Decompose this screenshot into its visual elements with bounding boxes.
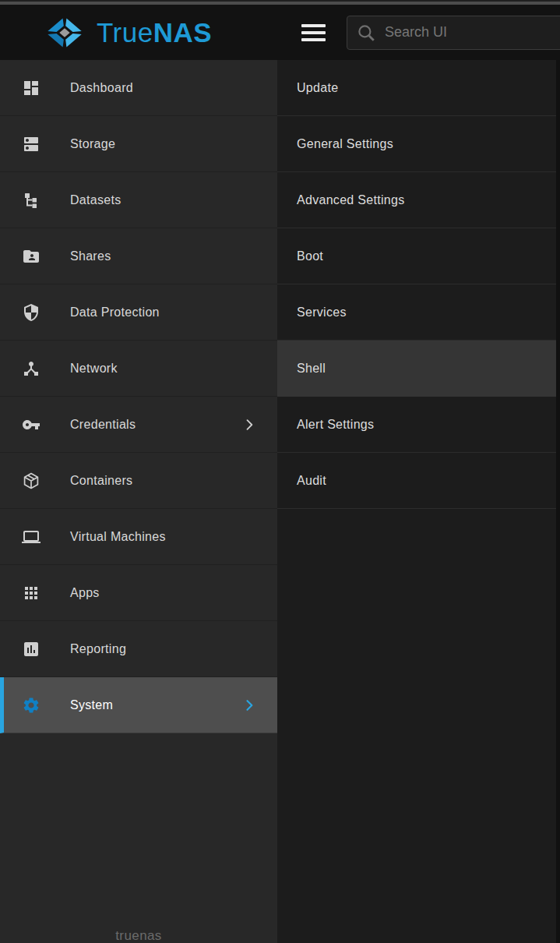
truenas-app: TrueNAS Dashboard xyxy=(0,0,560,943)
brand-text-light: True xyxy=(97,17,153,48)
sidebar-item-credentials[interactable]: Credentials xyxy=(0,397,277,453)
search-icon xyxy=(356,23,376,43)
sidebar-footer-text: truenas xyxy=(0,928,277,943)
sidebar-item-network[interactable]: Network xyxy=(0,341,277,397)
submenu-item-label: Boot xyxy=(297,249,323,263)
submenu-item-label: Advanced Settings xyxy=(297,193,405,207)
bar-chart-icon xyxy=(22,640,41,659)
dataset-tree-icon xyxy=(22,191,41,210)
key-icon xyxy=(22,415,41,434)
sidebar-item-apps[interactable]: Apps xyxy=(0,565,277,621)
submenu-item-audit[interactable]: Audit xyxy=(277,453,560,509)
submenu-item-boot[interactable]: Boot xyxy=(277,228,560,284)
sidebar-item-label: Datasets xyxy=(70,193,122,207)
header-bar: TrueNAS xyxy=(0,5,560,60)
truenas-logo[interactable]: TrueNAS xyxy=(0,13,277,52)
submenu-item-label: Shell xyxy=(297,362,326,376)
gear-icon xyxy=(22,696,41,715)
sidebar-item-label: Storage xyxy=(70,137,115,151)
sidebar-item-shares[interactable]: Shares xyxy=(0,228,277,284)
sidebar-item-system[interactable]: System xyxy=(0,677,277,733)
dashboard-icon xyxy=(22,79,41,97)
brand-text: TrueNAS xyxy=(97,17,212,48)
content-area: Dashboard Storage Datasets xyxy=(0,60,560,943)
sidebar-item-datasets[interactable]: Datasets xyxy=(0,172,277,228)
submenu-item-label: General Settings xyxy=(297,137,393,151)
laptop-icon xyxy=(22,528,41,546)
chevron-right-icon xyxy=(241,417,257,433)
search-input[interactable] xyxy=(385,24,556,41)
submenu-item-advanced-settings[interactable]: Advanced Settings xyxy=(277,172,560,228)
sidebar-item-label: System xyxy=(70,698,113,712)
sidebar-item-label: Containers xyxy=(70,474,132,488)
sidebar-item-label: Reporting xyxy=(70,642,126,656)
submenu-item-update[interactable]: Update xyxy=(277,60,560,116)
submenu-item-general-settings[interactable]: General Settings xyxy=(277,116,560,172)
sidebar-item-reporting[interactable]: Reporting xyxy=(0,621,277,677)
sidebar-item-label: Dashboard xyxy=(70,81,133,95)
scrollbar-track[interactable] xyxy=(556,60,560,943)
sidebar-item-label: Virtual Machines xyxy=(70,530,166,544)
storage-disks-icon xyxy=(22,135,41,154)
submenu-item-label: Services xyxy=(297,306,347,320)
truenas-logo-icon xyxy=(42,13,87,52)
sidebar-item-label: Apps xyxy=(70,586,100,600)
sidebar-item-storage[interactable]: Storage xyxy=(0,116,277,172)
hamburger-icon xyxy=(301,24,326,27)
brand-text-bold: NAS xyxy=(153,17,212,48)
system-submenu: Update General Settings Advanced Setting… xyxy=(277,60,560,943)
folder-shared-icon xyxy=(22,247,41,266)
submenu-item-label: Alert Settings xyxy=(297,418,374,432)
submenu-item-alert-settings[interactable]: Alert Settings xyxy=(277,397,560,453)
sidebar-nav: Dashboard Storage Datasets xyxy=(0,60,277,943)
cube-icon xyxy=(22,472,41,490)
network-hub-icon xyxy=(22,359,41,378)
search-box[interactable] xyxy=(347,16,560,50)
sidebar-item-label: Network xyxy=(70,362,118,376)
submenu-item-label: Audit xyxy=(297,474,326,488)
sidebar-item-label: Credentials xyxy=(70,418,136,432)
submenu-item-services[interactable]: Services xyxy=(277,284,560,341)
submenu-item-label: Update xyxy=(297,81,338,95)
sidebar-item-dashboard[interactable]: Dashboard xyxy=(0,60,277,116)
sidebar-item-label: Shares xyxy=(70,249,111,263)
menu-toggle-button[interactable] xyxy=(301,17,326,48)
apps-grid-icon xyxy=(22,584,41,602)
sidebar-item-data-protection[interactable]: Data Protection xyxy=(0,284,277,341)
chevron-right-icon xyxy=(241,698,257,713)
sidebar-item-containers[interactable]: Containers xyxy=(0,453,277,509)
submenu-item-shell[interactable]: Shell xyxy=(277,341,560,397)
shield-icon xyxy=(22,303,41,322)
sidebar-item-virtual-machines[interactable]: Virtual Machines xyxy=(0,509,277,565)
sidebar-item-label: Data Protection xyxy=(70,306,160,320)
